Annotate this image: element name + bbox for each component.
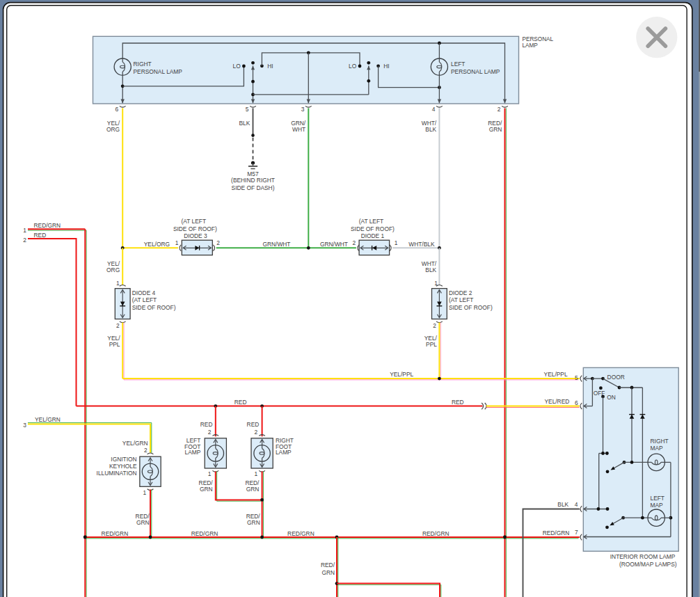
svg-text:2: 2 <box>498 106 501 113</box>
svg-text:RIGHT: RIGHT <box>134 61 152 67</box>
svg-text:ORG: ORG <box>106 126 120 133</box>
svg-text:KEYHOLE: KEYHOLE <box>109 463 137 470</box>
svg-text:DIODE 3: DIODE 3 <box>184 232 207 239</box>
svg-text:BLK: BLK <box>239 120 250 127</box>
svg-text:BLK: BLK <box>425 266 436 273</box>
svg-text:LO: LO <box>233 63 241 70</box>
svg-text:RED/GRN: RED/GRN <box>287 530 315 537</box>
svg-text:PPL: PPL <box>109 341 120 348</box>
svg-text:PERSONAL LAMP: PERSONAL LAMP <box>451 68 500 75</box>
svg-text:RED: RED <box>452 399 464 406</box>
svg-text:HI: HI <box>383 63 389 70</box>
svg-text:(AT LEFT: (AT LEFT <box>449 296 474 303</box>
svg-text:(ROOM/MAP LAMPS): (ROOM/MAP LAMPS) <box>619 561 677 568</box>
svg-text:4: 4 <box>432 106 436 113</box>
svg-text:2: 2 <box>433 322 436 329</box>
svg-text:GRN/WHT: GRN/WHT <box>320 241 348 248</box>
svg-text:ON: ON <box>607 394 616 401</box>
svg-text:6: 6 <box>575 399 578 406</box>
svg-text:2: 2 <box>254 429 257 436</box>
svg-text:LAMP: LAMP <box>276 449 292 456</box>
svg-text:SIDE OF ROOF): SIDE OF ROOF) <box>351 225 395 232</box>
svg-text:1: 1 <box>175 239 179 246</box>
svg-text:DOOR: DOOR <box>607 374 625 381</box>
svg-text:RED/GRN: RED/GRN <box>34 222 61 229</box>
svg-text:GRN: GRN <box>247 519 260 526</box>
svg-text:RED/: RED/ <box>136 513 150 520</box>
svg-text:4: 4 <box>575 501 578 508</box>
svg-text:5: 5 <box>575 374 578 381</box>
svg-text:1: 1 <box>395 239 398 246</box>
svg-text:BLK: BLK <box>557 501 568 508</box>
svg-text:DIODE 1: DIODE 1 <box>361 232 385 239</box>
svg-text:MAP: MAP <box>651 502 664 509</box>
svg-text:1: 1 <box>23 227 26 234</box>
svg-text:2: 2 <box>23 237 26 244</box>
svg-text:ORG: ORG <box>106 266 120 273</box>
svg-text:(AT LEFT: (AT LEFT <box>132 296 157 303</box>
svg-text:RED: RED <box>200 421 213 428</box>
svg-text:2: 2 <box>116 322 120 329</box>
svg-text:YEL/ORG: YEL/ORG <box>144 241 170 248</box>
svg-text:RED/GRN: RED/GRN <box>191 530 218 537</box>
svg-text:1: 1 <box>434 280 438 287</box>
svg-text:RED/GRN: RED/GRN <box>102 530 129 537</box>
svg-text:SIDE OF ROOF): SIDE OF ROOF) <box>132 304 176 311</box>
svg-text:5: 5 <box>246 106 249 113</box>
svg-text:SIDE OF DASH): SIDE OF DASH) <box>232 184 275 191</box>
svg-text:WHT: WHT <box>292 126 305 133</box>
svg-text:YEL/RED: YEL/RED <box>544 398 569 405</box>
svg-text:1: 1 <box>208 470 212 477</box>
svg-text:2: 2 <box>144 447 148 454</box>
svg-text:RED: RED <box>247 421 260 428</box>
svg-text:GRN: GRN <box>136 519 150 526</box>
svg-text:2: 2 <box>208 429 212 436</box>
svg-text:1: 1 <box>254 470 257 477</box>
svg-text:3: 3 <box>301 106 305 113</box>
svg-text:2: 2 <box>353 239 356 246</box>
svg-text:3: 3 <box>23 422 26 429</box>
svg-text:LEFT: LEFT <box>451 61 465 67</box>
svg-text:DIODE 2: DIODE 2 <box>449 289 472 296</box>
svg-text:YEL/GRN: YEL/GRN <box>35 416 61 423</box>
svg-text:YEL/PPL: YEL/PPL <box>390 371 413 378</box>
svg-text:PPL: PPL <box>426 341 437 348</box>
svg-text:GRN: GRN <box>246 486 260 493</box>
svg-text:GRN: GRN <box>321 569 335 576</box>
svg-text:1: 1 <box>116 280 120 287</box>
svg-text:LO: LO <box>349 63 357 70</box>
svg-text:SIDE OF ROOF): SIDE OF ROOF) <box>173 225 217 232</box>
svg-text:MAP: MAP <box>651 445 664 452</box>
svg-text:INTERIOR ROOM LAMP: INTERIOR ROOM LAMP <box>610 553 676 560</box>
svg-text:GRN: GRN <box>489 126 502 133</box>
svg-text:WHT/BLK: WHT/BLK <box>408 241 435 248</box>
svg-text:(AT LEFT: (AT LEFT <box>182 218 207 225</box>
svg-text:2: 2 <box>216 239 220 246</box>
svg-text:6: 6 <box>116 106 119 113</box>
svg-text:RED/: RED/ <box>321 562 335 568</box>
svg-text:1: 1 <box>143 489 147 496</box>
svg-text:PERSONAL LAMP: PERSONAL LAMP <box>134 68 183 75</box>
svg-text:(BEHIND RIGHT: (BEHIND RIGHT <box>231 177 275 184</box>
svg-text:LAMP: LAMP <box>523 42 539 49</box>
svg-text:HI: HI <box>267 63 273 70</box>
svg-text:RED/GRN: RED/GRN <box>422 530 450 537</box>
svg-text:7: 7 <box>575 529 578 536</box>
svg-text:PERSONAL: PERSONAL <box>523 36 554 42</box>
svg-text:RED/: RED/ <box>246 513 261 520</box>
svg-text:YEL/GRN: YEL/GRN <box>122 440 148 447</box>
svg-text:(AT LEFT: (AT LEFT <box>359 218 384 225</box>
svg-text:ILLUMINATION: ILLUMINATION <box>97 470 137 477</box>
svg-text:GRN: GRN <box>200 486 213 493</box>
svg-text:BLK: BLK <box>425 126 436 133</box>
svg-text:SIDE OF ROOF): SIDE OF ROOF) <box>449 304 493 311</box>
svg-text:DIODE 4: DIODE 4 <box>132 289 156 296</box>
svg-text:LAMP: LAMP <box>184 449 200 456</box>
svg-text:RED: RED <box>34 232 47 239</box>
svg-text:GRN/WHT: GRN/WHT <box>262 241 290 248</box>
svg-text:IGNITION: IGNITION <box>111 456 136 463</box>
svg-text:YEL/PPL: YEL/PPL <box>544 371 568 378</box>
svg-text:RED: RED <box>234 399 247 406</box>
svg-text:RED/GRN: RED/GRN <box>543 530 570 536</box>
